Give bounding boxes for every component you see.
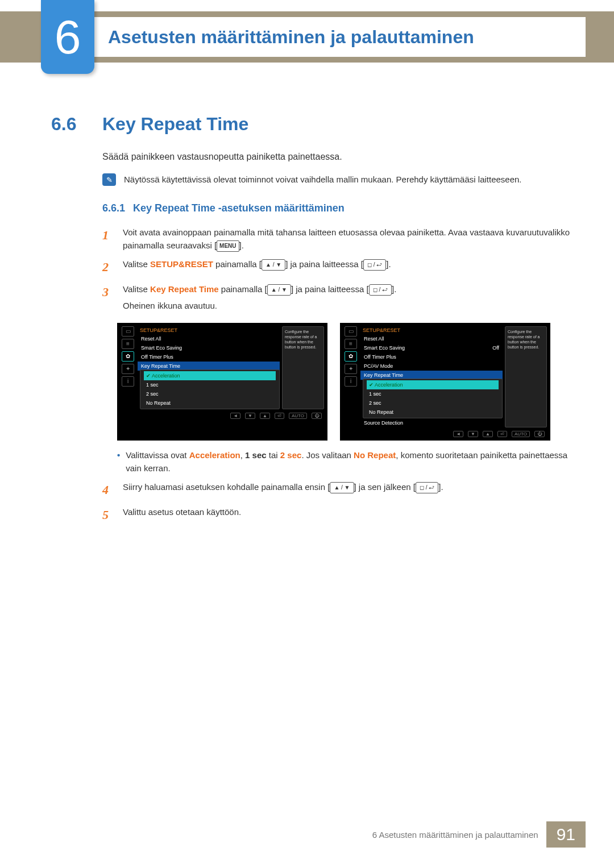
- monitor-icon: ▭: [122, 326, 134, 337]
- step-text: ] ja paina laitteessa [: [285, 259, 363, 269]
- step-text: Valitse: [123, 284, 150, 294]
- gear-icon: ✿: [345, 351, 357, 362]
- step-text: painamalla [: [213, 259, 262, 269]
- osd-panel-1: ▭ ≡ ✿ ✦ i SETUP&RESET Reset All Smart Ec…: [117, 323, 327, 441]
- gear-icon: ✿: [122, 351, 134, 362]
- osd-sidebar-icons: ▭ ≡ ✿ ✦ i: [121, 326, 135, 409]
- chapter-number: 6: [55, 10, 81, 65]
- step-number: 4: [102, 480, 114, 500]
- step-text: ].: [386, 259, 391, 269]
- osd-item: Smart Eco Saving Off: [360, 343, 503, 352]
- step-tail: Oheinen ikkuna avautuu.: [123, 299, 574, 312]
- osd-footer: ◄ ▼ ▲ ⏎ AUTO ⏻: [343, 427, 547, 437]
- intro-text: Säädä painikkeen vastausnopeutta painike…: [102, 152, 574, 162]
- step-3: 3 Valitse Key Repeat Time painamalla [▲ …: [102, 283, 574, 313]
- osd-footer: ◄ ▼ ▲ ⏎ AUTO ⏻: [121, 409, 324, 419]
- arrow-chip: ▲ / ▼: [262, 259, 285, 271]
- step-2: 2 Valitse SETUP&RESET painamalla [▲ / ▼]…: [102, 258, 574, 277]
- step-4: 4 Siirry haluamasi asetuksen kohdalle pa…: [102, 480, 574, 500]
- keyword: 2 sec: [280, 450, 302, 460]
- steps-list: 1 Voit avata avainoppaan painamalla mitä…: [102, 226, 574, 313]
- osd-sidebar-icons: ▭ ≡ ✿ ✦ i: [343, 326, 358, 427]
- step-number: 2: [102, 258, 114, 277]
- chapter-badge: 6: [41, 0, 94, 74]
- power-icon: ⏻: [534, 431, 545, 437]
- step-text: ] ja paina laitteessa [: [291, 284, 369, 294]
- step-text: ].: [239, 240, 244, 250]
- nav-icon: ⏎: [275, 413, 284, 419]
- osd-dropdown: ✔ Acceleration 1 sec 2 sec No Repeat: [363, 379, 503, 418]
- star-icon: ✦: [345, 364, 357, 374]
- section-title: Key Repeat Time: [102, 114, 248, 135]
- nav-icon: ◄: [230, 413, 240, 419]
- enter-chip: ◻ / ⮐: [416, 482, 438, 493]
- bullet-text: Valittavissa ovat: [126, 450, 189, 460]
- nav-icon: ▼: [468, 431, 478, 437]
- keyword: Acceleration: [189, 450, 240, 460]
- osd-heading: SETUP&RESET: [138, 326, 280, 334]
- subsection-title: Key Repeat Time -asetuksen määrittäminen: [133, 202, 345, 214]
- osd-item: PC/AV Mode: [360, 362, 503, 371]
- monitor-icon: ▭: [345, 326, 357, 337]
- osd-item-label: Smart Eco Saving: [364, 345, 405, 351]
- bullet-icon: •: [117, 448, 120, 475]
- step-text: Siirry haluamasi asetuksen kohdalle pain…: [123, 482, 330, 492]
- osd-value: Off: [492, 345, 499, 351]
- menu-chip: MENU: [217, 240, 239, 252]
- bullet-text: . Jos valitaan: [301, 450, 354, 460]
- note-text: Näytössä käytettävissä olevat toiminnot …: [124, 173, 522, 186]
- osd-item: Reset All: [360, 334, 503, 343]
- osd-item: Source Detection: [360, 418, 503, 427]
- step-text: ].: [438, 482, 443, 492]
- enter-chip: ◻ / ⮐: [363, 259, 386, 271]
- step-text: painamalla [: [219, 284, 267, 294]
- page-number: 91: [546, 821, 586, 848]
- keyword: Key Repeat Time: [150, 284, 219, 294]
- osd-option: No Repeat: [367, 408, 499, 417]
- enter-chip: ◻ / ⮐: [369, 284, 392, 296]
- nav-icon: ▼: [245, 413, 255, 419]
- auto-label: AUTO: [289, 413, 307, 419]
- step-number: 3: [102, 283, 114, 313]
- osd-item: Reset All: [138, 334, 280, 343]
- osd-help: Configure the response rate of a button …: [505, 326, 547, 427]
- osd-item: Off Timer Plus: [360, 352, 503, 362]
- steps-list-cont: 4 Siirry haluamasi asetuksen kohdalle pa…: [102, 480, 574, 525]
- chapter-title: Asetusten määrittäminen ja palauttaminen: [108, 27, 474, 48]
- bullet-text: ,: [240, 450, 245, 460]
- step-1: 1 Voit avata avainoppaan painamalla mitä…: [102, 226, 574, 252]
- step-text: ] ja sen jälkeen [: [354, 482, 416, 492]
- note-row: ✎ Näytössä käytettävissä olevat toiminno…: [102, 173, 574, 186]
- arrow-chip: ▲ / ▼: [330, 482, 354, 493]
- section-heading: 6.6 Key Repeat Time: [51, 114, 574, 135]
- step-text: Valittu asetus otetaan käyttöön.: [123, 505, 574, 525]
- nav-icon: ◄: [453, 431, 463, 437]
- subsection-heading: 6.6.1 Key Repeat Time -asetuksen määritt…: [102, 202, 574, 214]
- osd-option: 1 sec: [144, 380, 276, 389]
- nav-icon: ▲: [260, 413, 270, 419]
- osd-option: 2 sec: [144, 389, 276, 398]
- bullet-item: • Valittavissa ovat Acceleration, 1 sec …: [117, 448, 574, 475]
- auto-label: AUTO: [512, 431, 530, 437]
- osd-option-selected: ✔ Acceleration: [367, 380, 499, 389]
- step-number: 1: [102, 226, 114, 252]
- osd-item-label: Key Repeat Time: [364, 372, 403, 378]
- osd-option: No Repeat: [144, 398, 276, 408]
- step-5: 5 Valittu asetus otetaan käyttöön.: [102, 505, 574, 525]
- note-icon: ✎: [102, 173, 116, 186]
- nav-icon: ⏎: [497, 431, 507, 437]
- osd-heading: SETUP&RESET: [360, 326, 503, 334]
- subsection-number: 6.6.1: [102, 202, 125, 214]
- osd-dropdown: ✔ Acceleration 1 sec 2 sec No Repeat: [140, 369, 280, 409]
- osd-item-label: Key Repeat Time: [141, 363, 180, 369]
- step-text: Valitse: [123, 259, 150, 269]
- nav-icon: ▲: [483, 431, 493, 437]
- list-icon: ≡: [122, 339, 134, 349]
- keyword: 1 sec: [245, 450, 267, 460]
- opt-label: Acceleration: [375, 382, 403, 388]
- list-icon: ≡: [345, 339, 357, 349]
- keyword: No Repeat: [354, 450, 396, 460]
- osd-option-selected: ✔ Acceleration: [144, 371, 276, 380]
- osd-screenshots: ▭ ≡ ✿ ✦ i SETUP&RESET Reset All Smart Ec…: [117, 323, 574, 441]
- bullet-text: tai: [267, 450, 280, 460]
